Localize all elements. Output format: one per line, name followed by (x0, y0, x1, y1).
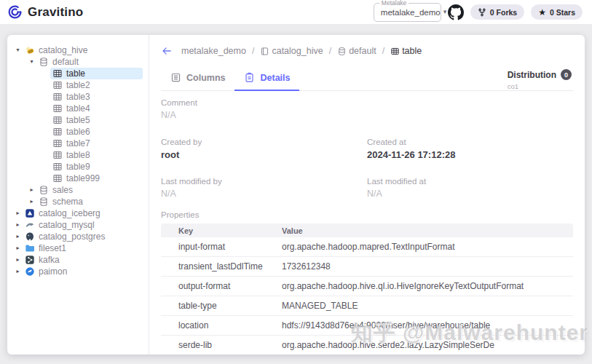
breadcrumb: metalake_demo/catalog_hive/default/table (161, 44, 573, 58)
comment-value: N/A (161, 110, 573, 120)
tree-item-table9[interactable]: table9 (7, 161, 149, 173)
last-modified-by-value: N/A (161, 189, 367, 199)
star-icon: ★ (538, 8, 546, 17)
tree-item-default[interactable]: ▾default (7, 56, 149, 68)
table-icon (52, 138, 63, 149)
tree-item-label: table9 (66, 162, 90, 172)
created-at-label: Created at (367, 138, 573, 146)
metalake-select[interactable]: Metalake metalake_demo ▾ (374, 3, 441, 22)
tree-item-label: table6 (66, 127, 90, 137)
tree-item-body: table6 (50, 126, 95, 138)
table-icon (52, 115, 63, 125)
tree-item-table6[interactable]: table6 (7, 126, 149, 138)
tree-item-catalog_postgres[interactable]: ▸catalog_postgres (7, 231, 149, 242)
breadcrumb-separator: / (252, 46, 254, 56)
tree-item-paimon[interactable]: ▸paimon (7, 266, 149, 277)
collapsed-arrow-icon[interactable]: ▸ (13, 234, 23, 240)
tree-item-sales[interactable]: ▸sales (7, 184, 149, 196)
collapsed-arrow-icon[interactable]: ▸ (27, 187, 36, 193)
collapsed-arrow-icon[interactable]: ▸ (13, 210, 23, 216)
tab-details[interactable]: Details (234, 68, 299, 91)
table-icon (52, 92, 63, 102)
github-link[interactable] (448, 4, 464, 20)
tree-item-schema[interactable]: ▸schema (7, 196, 149, 207)
tree-item-body: table8 (50, 149, 95, 161)
tree-item-body: catalog_iceberg (23, 207, 105, 219)
breadcrumb-item-metalake_demo[interactable]: metalake_demo (181, 46, 246, 56)
metalake-select-label: Metalake (379, 0, 409, 7)
catalog-icon (260, 47, 269, 56)
table-icon (52, 173, 63, 183)
app-name: Gravitino (28, 5, 83, 20)
tree-item-body: fileset1 (23, 242, 71, 254)
tree-item-kafka[interactable]: ▸kafka (7, 254, 149, 266)
tree-item-table3[interactable]: table3 (7, 91, 149, 103)
properties-value-header: Value (282, 226, 573, 235)
tree-item-table999[interactable]: table999 (7, 173, 149, 184)
breadcrumb-item-table[interactable]: table (390, 46, 422, 56)
tree-item-table[interactable]: table (7, 68, 149, 79)
back-arrow-button[interactable] (161, 45, 173, 57)
table-icon (52, 103, 63, 114)
property-value: 1732612348 (282, 261, 573, 272)
collapsed-arrow-icon[interactable]: ▸ (13, 257, 23, 263)
tree-item-label: table3 (66, 92, 90, 102)
property-key: transient_lastDdlTime (161, 261, 282, 272)
last-modified-at-label: Last modified at (367, 177, 573, 186)
metalake-select-value: metalake_demo (381, 8, 441, 17)
forks-badge[interactable]: 0 Forks (470, 4, 524, 20)
tree-item-label: sales (52, 185, 73, 195)
tree-item-label: table4 (66, 103, 90, 114)
tab-columns-label: Columns (186, 73, 225, 83)
tree-item-body: schema (36, 196, 87, 207)
distribution-detail: co1 (508, 82, 572, 90)
github-icon (448, 4, 464, 20)
collapsed-arrow-icon[interactable]: ▸ (13, 222, 23, 228)
tree-item-label: table5 (66, 115, 90, 125)
breadcrumb-item-catalog_hive[interactable]: catalog_hive (260, 46, 323, 56)
tree-item-body: paimon (23, 266, 71, 277)
tree-item-label: table2 (66, 80, 90, 90)
tree-item-table5[interactable]: table5 (7, 114, 149, 126)
tree-item-label: catalog_iceberg (39, 208, 100, 218)
breadcrumb-item-default[interactable]: default (337, 46, 376, 56)
tree-item-table8[interactable]: table8 (7, 149, 149, 161)
tree-item-table2[interactable]: table2 (7, 79, 149, 91)
tree-item-body: table3 (50, 91, 95, 103)
tree-item-body: table5 (50, 114, 95, 126)
tree-item-catalog_iceberg[interactable]: ▸catalog_iceberg (7, 207, 149, 219)
tree-item-table4[interactable]: table4 (7, 103, 149, 114)
properties-label: Properties (161, 210, 573, 219)
tree-item-label: table8 (66, 150, 90, 160)
table-icon (52, 127, 63, 137)
tree-item-body: table2 (50, 79, 95, 91)
tree-item-label: catalog_mysql (39, 220, 95, 230)
expanded-arrow-icon[interactable]: ▾ (13, 47, 23, 53)
database-icon (39, 185, 49, 195)
iceberg-icon (25, 208, 35, 218)
details-tab-icon (244, 72, 255, 83)
collapsed-arrow-icon[interactable]: ▸ (13, 245, 23, 251)
tree-item-catalog_hive[interactable]: ▾catalog_hive (7, 44, 149, 56)
tab-columns[interactable]: Columns (161, 68, 234, 91)
app-logo[interactable]: Gravitino (7, 4, 83, 20)
tree-item-body: table4 (50, 103, 95, 114)
main-card: ▾catalog_hive▾defaulttabletable2table3ta… (7, 35, 585, 355)
stars-badge[interactable]: ★ 0 Stars (531, 4, 583, 20)
tree-item-body: catalog_mysql (23, 219, 99, 231)
property-key: serde-lib (161, 340, 282, 350)
tree-item-label: paimon (39, 266, 67, 277)
tree-item-catalog_mysql[interactable]: ▸catalog_mysql (7, 219, 149, 231)
expanded-arrow-icon[interactable]: ▾ (27, 59, 36, 65)
tree-item-fileset1[interactable]: ▸fileset1 (7, 242, 149, 254)
collapsed-arrow-icon[interactable]: ▸ (13, 269, 23, 274)
last-modified-at-field: Last modified at N/A (367, 177, 573, 199)
tree-item-table7[interactable]: table7 (7, 138, 149, 149)
table-icon (390, 47, 400, 56)
tabs-bar: Columns Details Distribution 0 co1 (161, 68, 573, 91)
collapsed-arrow-icon[interactable]: ▸ (27, 199, 36, 205)
breadcrumb-separator: / (329, 46, 331, 56)
property-key: location (161, 320, 282, 331)
database-icon (337, 47, 347, 56)
created-by-field: Created by root (161, 138, 367, 160)
